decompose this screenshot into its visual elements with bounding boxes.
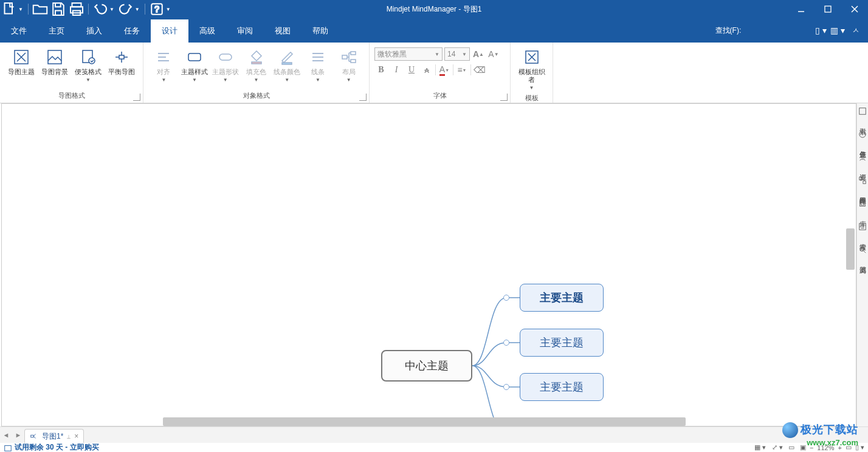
map-theme-button[interactable]: 导图主题 bbox=[5, 46, 38, 77]
main-topic-3[interactable]: 主要主题 bbox=[520, 373, 604, 401]
topic-style-button[interactable]: 主题样式 ▼ bbox=[179, 46, 210, 84]
browser-icon[interactable] bbox=[858, 245, 867, 254]
layout-button[interactable]: 布局 ▼ bbox=[333, 46, 364, 84]
qat-open[interactable] bbox=[31, 0, 49, 18]
tab-design[interactable]: 设计 bbox=[151, 19, 188, 43]
dropdown-caret-icon[interactable]: ▼ bbox=[18, 7, 26, 12]
svg-rect-31 bbox=[863, 181, 866, 183]
grow-font-button[interactable]: A▲ bbox=[472, 47, 485, 61]
search-panel-icon[interactable] bbox=[858, 222, 867, 231]
tab-home[interactable]: 主页 bbox=[38, 19, 75, 43]
svg-text:?: ? bbox=[154, 5, 159, 14]
fill-color-button[interactable]: 填充色 ▼ bbox=[241, 46, 272, 84]
qat-save[interactable] bbox=[49, 0, 67, 18]
undo-icon bbox=[91, 0, 109, 18]
line-color-button[interactable]: 线条颜色 ▼ bbox=[272, 46, 303, 84]
tab-advanced[interactable]: 高级 bbox=[188, 19, 226, 43]
note-format-button[interactable]: 便笺格式 ▼ bbox=[72, 46, 105, 84]
tab-insert[interactable]: 插入 bbox=[75, 19, 113, 43]
italic-button[interactable]: I bbox=[390, 63, 403, 77]
align-button[interactable]: 对齐 ▼ bbox=[148, 46, 179, 84]
watermark: 极光下载站 www.xz7.com bbox=[782, 422, 858, 447]
window-controls bbox=[788, 0, 868, 18]
group-launcher[interactable] bbox=[133, 94, 140, 101]
group-launcher[interactable] bbox=[500, 94, 508, 101]
template-organizer-button[interactable]: 模板组织者 ▼ bbox=[515, 46, 548, 92]
minimize-button[interactable] bbox=[788, 0, 815, 18]
text-align-button[interactable]: ≡▼ bbox=[455, 63, 469, 77]
topic-handle[interactable] bbox=[503, 295, 509, 301]
trial-link[interactable]: 试用剩余 30 天 - 立即购买 bbox=[15, 443, 99, 452]
tab-review[interactable]: 审阅 bbox=[226, 19, 264, 43]
svg-rect-30 bbox=[859, 177, 862, 180]
pin-icon[interactable]: ⟂ bbox=[67, 433, 71, 440]
svg-rect-23 bbox=[342, 55, 347, 59]
group-launcher[interactable] bbox=[359, 94, 367, 101]
qat-undo[interactable] bbox=[91, 0, 109, 18]
tab-view[interactable]: 视图 bbox=[264, 19, 301, 43]
topic-handle[interactable] bbox=[503, 384, 509, 390]
tab-help[interactable]: 帮助 bbox=[301, 19, 339, 43]
svg-rect-37 bbox=[31, 435, 33, 437]
qat-redo[interactable] bbox=[117, 0, 135, 18]
library-icon[interactable] bbox=[858, 199, 867, 208]
underline-button[interactable]: U bbox=[405, 63, 418, 77]
side-components[interactable]: 导图组件 bbox=[858, 190, 867, 194]
qat-help[interactable]: ? bbox=[148, 0, 166, 18]
svg-line-36 bbox=[864, 251, 866, 253]
svg-rect-25 bbox=[351, 60, 356, 63]
tab-task[interactable]: 任务 bbox=[113, 19, 151, 43]
font-name-combo[interactable]: 微软雅黑▼ bbox=[374, 47, 443, 61]
svg-rect-17 bbox=[219, 54, 232, 60]
resource-icon[interactable] bbox=[858, 153, 867, 162]
task-info-icon[interactable] bbox=[858, 130, 867, 139]
vertical-scrollbar[interactable] bbox=[846, 104, 855, 426]
clear-format-button[interactable]: ⌫ bbox=[473, 63, 486, 77]
font-color-button[interactable]: A▼ bbox=[438, 63, 451, 77]
ribbon-panel-toggle[interactable]: ▥ ▾ bbox=[830, 26, 845, 35]
trial-icon bbox=[4, 443, 12, 452]
index-icon[interactable] bbox=[858, 107, 867, 115]
watermark-logo-icon bbox=[782, 422, 798, 438]
doc-tab-next[interactable]: ► bbox=[12, 427, 24, 443]
side-library[interactable]: 库 bbox=[858, 213, 867, 217]
horizontal-scrollbar[interactable] bbox=[2, 417, 856, 426]
shrink-font-button[interactable]: A▼ bbox=[487, 47, 500, 61]
mindmap-doc-icon bbox=[30, 432, 38, 440]
dropdown-caret-icon[interactable]: ▼ bbox=[135, 7, 142, 12]
side-search[interactable]: 搜索 bbox=[858, 236, 867, 241]
ribbon-view-options[interactable]: ▯ ▾ bbox=[815, 26, 827, 35]
maximize-button[interactable] bbox=[815, 0, 841, 18]
components-icon[interactable] bbox=[858, 176, 867, 185]
document-tab[interactable]: 导图1* ⟂ × bbox=[24, 429, 84, 443]
tab-file[interactable]: 文件 bbox=[0, 19, 38, 43]
main-topic-1[interactable]: 主要主题 bbox=[520, 284, 604, 312]
strike-button[interactable]: ᴀ bbox=[420, 63, 433, 77]
dropdown-caret-icon[interactable]: ▼ bbox=[166, 7, 173, 12]
title-bar: ▼ ▼ ▼ ? ▼ Mindjet MindManager - 导图1 bbox=[0, 0, 868, 18]
font-size-combo[interactable]: 14▼ bbox=[444, 47, 470, 61]
side-index[interactable]: 索引 bbox=[858, 120, 867, 125]
map-background-button[interactable]: 导图背景 bbox=[38, 46, 72, 77]
side-task-info[interactable]: 任务信息 bbox=[858, 143, 867, 148]
line-button[interactable]: 线条 ▼ bbox=[303, 46, 334, 84]
main-topic-2[interactable]: 主要主题 bbox=[520, 329, 604, 357]
group-font: 微软雅黑▼ 14▼ A▲ A▼ B I U ᴀ A▼ ≡▼ ⌫ bbox=[370, 43, 511, 103]
collapse-ribbon-button[interactable]: ㅅ bbox=[849, 26, 863, 36]
topic-shape-button[interactable]: 主题形状 ▼ bbox=[210, 46, 241, 84]
side-resource[interactable]: 资源 bbox=[858, 166, 867, 171]
qat-print[interactable] bbox=[67, 0, 86, 18]
canvas-area[interactable]: 中心主题 主要主题 主要主题 主要主题 主要主题 bbox=[1, 103, 856, 426]
doc-tab-prev[interactable]: ◄ bbox=[0, 427, 12, 443]
dropdown-caret-icon[interactable]: ▼ bbox=[109, 7, 117, 12]
balance-map-button[interactable]: 平衡导图 bbox=[105, 46, 138, 77]
bold-button[interactable]: B bbox=[374, 63, 388, 77]
close-tab-icon[interactable]: × bbox=[74, 432, 78, 440]
close-button[interactable] bbox=[841, 0, 868, 18]
qat-new[interactable] bbox=[0, 0, 18, 18]
central-topic[interactable]: 中心主题 bbox=[381, 350, 472, 382]
side-browser[interactable]: 浏览器 bbox=[858, 259, 867, 264]
close-icon bbox=[851, 5, 858, 13]
group-object-format: 对齐 ▼ 主题样式 ▼ 主题形状 ▼ 填充色 ▼ 线条颜色 ▼ bbox=[143, 43, 370, 103]
topic-handle[interactable] bbox=[503, 340, 509, 346]
